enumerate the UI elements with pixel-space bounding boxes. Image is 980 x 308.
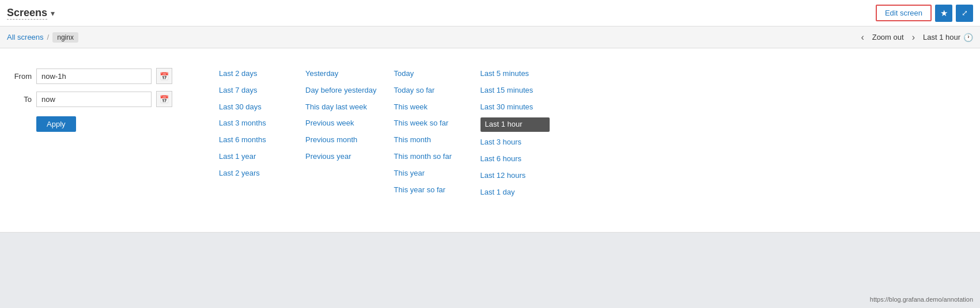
calendar-icon-to: 📅 — [160, 95, 169, 104]
prev-arrow-button[interactable]: ‹ — [857, 31, 867, 44]
fullscreen-icon: ⤢ — [962, 9, 968, 17]
star-icon: ★ — [940, 8, 948, 18]
breadcrumb: All screens / nginx — [7, 32, 78, 43]
range-this-month-so-far[interactable]: This month so far — [394, 151, 463, 163]
breadcrumb-separator: / — [47, 33, 50, 41]
time-range-display[interactable]: Last 1 hour 🕐 — [923, 33, 973, 42]
range-last-1-day[interactable]: Last 1 day — [480, 187, 550, 199]
time-picker-panel: From 📅 To 📅 Apply Last 2 days — [0, 59, 980, 207]
clock-icon: 🕐 — [963, 33, 973, 42]
range-this-week-so-far[interactable]: This week so far — [394, 117, 463, 130]
edit-screen-button[interactable]: Edit screen — [876, 5, 932, 21]
range-last-7-days[interactable]: Last 7 days — [219, 85, 288, 97]
top-bar: Screens ▾ Edit screen ★ ⤢ — [0, 0, 980, 26]
range-yesterday[interactable]: Yesterday — [305, 68, 377, 80]
range-today[interactable]: Today — [394, 68, 463, 80]
next-arrow-button[interactable]: › — [909, 31, 918, 44]
range-last-30-days[interactable]: Last 30 days — [219, 101, 288, 113]
screens-title[interactable]: Screens — [7, 7, 47, 20]
range-last-6-hours[interactable]: Last 6 hours — [480, 153, 550, 165]
range-last-1-year[interactable]: Last 1 year — [219, 151, 288, 163]
bottom-bar: https://blog.grafana.demo/annotation — [0, 233, 980, 307]
range-day-before-yesterday[interactable]: Day before yesterday — [305, 85, 377, 97]
calendar-icon: 📅 — [160, 72, 169, 81]
fullscreen-button[interactable]: ⤢ — [956, 5, 973, 22]
range-last-3-months[interactable]: Last 3 months — [219, 117, 288, 130]
range-previous-month[interactable]: Previous month — [305, 134, 377, 146]
range-today-so-far[interactable]: Today so far — [394, 85, 463, 97]
zoom-out-button[interactable]: Zoom out — [872, 33, 904, 41]
nav-bar-right: ‹ Zoom out › Last 1 hour 🕐 — [857, 31, 973, 44]
range-this-month[interactable]: This month — [394, 134, 463, 146]
range-previous-year[interactable]: Previous year — [305, 151, 377, 163]
top-bar-left: Screens ▾ — [7, 7, 55, 20]
top-bar-right: Edit screen ★ ⤢ — [876, 5, 973, 22]
range-last-1-hour[interactable]: Last 1 hour — [480, 117, 550, 132]
range-last-15-minutes[interactable]: Last 15 minutes — [480, 85, 550, 97]
range-last-6-months[interactable]: Last 6 months — [219, 134, 288, 146]
from-label: From — [12, 72, 32, 81]
star-button[interactable]: ★ — [935, 5, 952, 22]
range-last-2-years[interactable]: Last 2 years — [219, 168, 288, 180]
main-content: From 📅 To 📅 Apply Last 2 days — [0, 48, 980, 233]
range-previous-week[interactable]: Previous week — [305, 117, 377, 130]
range-col-1: Last 2 days Last 7 days Last 30 days Las… — [219, 68, 288, 198]
range-last-12-hours[interactable]: Last 12 hours — [480, 170, 550, 182]
from-input[interactable] — [36, 69, 152, 84]
all-screens-link[interactable]: All screens — [7, 33, 44, 41]
range-last-2-days[interactable]: Last 2 days — [219, 68, 288, 80]
from-row: From 📅 — [12, 68, 196, 84]
apply-button[interactable]: Apply — [36, 116, 76, 132]
range-this-day-last-week[interactable]: This day last week — [305, 101, 377, 113]
current-screen-tag: nginx — [52, 32, 78, 43]
screens-dropdown-icon[interactable]: ▾ — [51, 9, 55, 18]
from-calendar-button[interactable]: 📅 — [156, 68, 172, 84]
quick-ranges: Last 2 days Last 7 days Last 30 days Las… — [219, 68, 968, 198]
apply-row: Apply — [12, 114, 196, 132]
time-inputs: From 📅 To 📅 Apply — [12, 68, 196, 198]
range-this-year[interactable]: This year — [394, 168, 463, 180]
time-range-label: Last 1 hour — [923, 33, 960, 41]
to-row: To 📅 — [12, 91, 196, 107]
range-col-3: Today Today so far This week This week s… — [394, 68, 463, 198]
nav-bar: All screens / nginx ‹ Zoom out › Last 1 … — [0, 26, 980, 48]
range-last-3-hours[interactable]: Last 3 hours — [480, 136, 550, 149]
to-label: To — [12, 95, 32, 104]
range-this-year-so-far[interactable]: This year so far — [394, 184, 463, 196]
range-col-4: Last 5 minutes Last 15 minutes Last 30 m… — [480, 68, 550, 198]
status-url: https://blog.grafana.demo/annotation — [870, 296, 973, 303]
range-last-5-minutes[interactable]: Last 5 minutes — [480, 68, 550, 80]
range-last-30-minutes[interactable]: Last 30 minutes — [480, 101, 550, 113]
to-input[interactable] — [36, 92, 152, 107]
range-col-2: Yesterday Day before yesterday This day … — [305, 68, 377, 198]
range-this-week[interactable]: This week — [394, 101, 463, 113]
to-calendar-button[interactable]: 📅 — [156, 91, 172, 107]
